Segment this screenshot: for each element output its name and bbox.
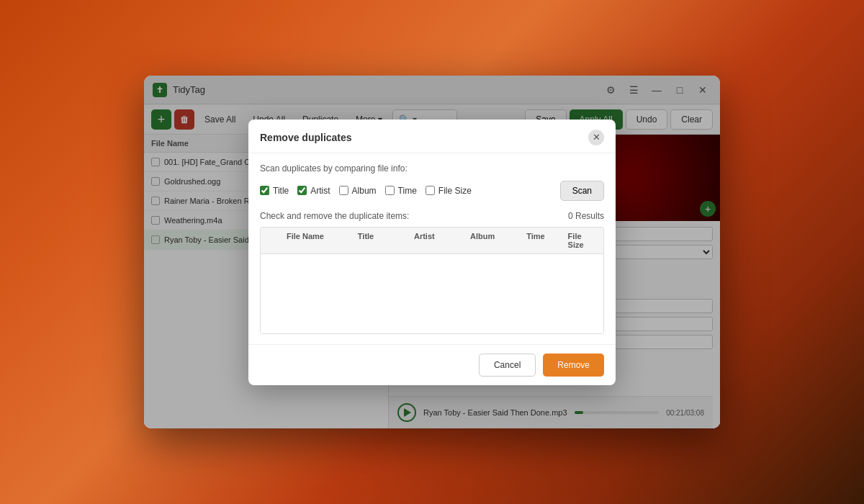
table-body (261, 254, 603, 333)
remove-duplicates-modal: Remove duplicates ✕ Scan duplicates by c… (248, 135, 616, 385)
time-option-label: Time (398, 186, 417, 196)
album-checkbox[interactable] (339, 186, 348, 195)
time-option[interactable]: Time (385, 186, 417, 196)
album-option-label: Album (352, 186, 377, 196)
filesize-option[interactable]: File Size (426, 186, 472, 196)
scan-button[interactable]: Scan (560, 181, 604, 201)
results-header: Check and remove the duplicate items: 0 … (260, 211, 604, 221)
th-title: Title (352, 228, 408, 253)
filesize-checkbox[interactable] (426, 186, 435, 195)
remove-button[interactable]: Remove (543, 354, 604, 377)
th-check (261, 228, 281, 253)
title-option[interactable]: Title (260, 186, 289, 196)
artist-option[interactable]: Artist (297, 186, 330, 196)
results-table: File Name Title Artist Album Time File S… (260, 227, 604, 334)
title-option-label: Title (273, 186, 289, 196)
app-window: TidyTag ⚙ ☰ — □ ✕ + Save All Undo All Du… (144, 76, 720, 428)
scan-options: Title Artist Album Time (260, 181, 604, 201)
th-filename: File Name (281, 228, 352, 253)
artist-checkbox[interactable] (297, 186, 307, 195)
th-album: Album (464, 228, 521, 253)
scan-options-label: Scan duplicates by comparing file info: (260, 163, 604, 174)
results-count: 0 Results (568, 211, 604, 221)
th-time: Time (521, 228, 562, 253)
table-header: File Name Title Artist Album Time File S… (261, 228, 603, 254)
modal-footer: Cancel Remove (248, 344, 616, 385)
results-label: Check and remove the duplicate items: (260, 211, 409, 221)
modal-title: Remove duplicates (260, 135, 352, 143)
th-artist: Artist (408, 228, 464, 253)
th-filesize: File Size (562, 228, 603, 253)
modal-overlay: Remove duplicates ✕ Scan duplicates by c… (144, 135, 720, 428)
time-checkbox[interactable] (385, 186, 395, 195)
title-checkbox[interactable] (260, 186, 269, 195)
cancel-button[interactable]: Cancel (479, 354, 536, 377)
artist-option-label: Artist (310, 186, 330, 196)
filesize-option-label: File Size (438, 186, 472, 196)
modal-body: Scan duplicates by comparing file info: … (248, 153, 616, 344)
album-option[interactable]: Album (339, 186, 377, 196)
main-content: File Name 001. [HD] Fate_Grand C... Gold… (144, 135, 720, 428)
modal-header: Remove duplicates ✕ (248, 135, 616, 153)
modal-close-button[interactable]: ✕ (588, 135, 604, 145)
